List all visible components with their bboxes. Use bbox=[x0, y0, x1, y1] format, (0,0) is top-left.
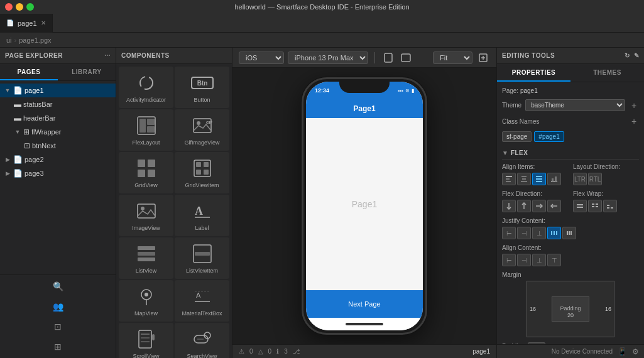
flex-col-btn[interactable] bbox=[502, 200, 516, 212]
theme-add-button[interactable]: + bbox=[629, 100, 639, 111]
flex-section-header[interactable]: ▼ FLEX bbox=[502, 147, 639, 160]
ac-btn1[interactable]: ⊢ bbox=[502, 254, 516, 266]
tree-arrow-page2: ▶ bbox=[4, 156, 11, 163]
component-flexlayout[interactable]: FlexLayout bbox=[119, 109, 173, 151]
component-scrollview[interactable]: ScrollView bbox=[119, 323, 173, 358]
wrap-btn[interactable] bbox=[588, 200, 602, 212]
component-listviewitem[interactable]: ListViewItem bbox=[175, 237, 229, 279]
tab-page1[interactable]: 📄 page1 ✕ bbox=[0, 14, 53, 33]
justify-end-btn[interactable]: ⊥ bbox=[532, 227, 546, 239]
device-select[interactable]: iPhone 13 Pro Max bbox=[288, 52, 368, 64]
next-page-button[interactable]: Next Page bbox=[348, 300, 380, 308]
breadcrumb-ui[interactable]: ui bbox=[6, 36, 12, 44]
component-button[interactable]: Btn Button bbox=[175, 67, 229, 108]
tab-library[interactable]: LIBRARY bbox=[58, 64, 116, 80]
justify-center-btn[interactable]: ⊣ bbox=[517, 227, 531, 239]
align-baseline-btn[interactable] bbox=[547, 173, 561, 185]
header-actions[interactable]: ··· bbox=[104, 52, 111, 59]
device-connect-icon[interactable]: 📱 bbox=[618, 347, 627, 356]
tab-properties[interactable]: PROPERTIES bbox=[497, 64, 570, 82]
align-items-label: Align Items: bbox=[502, 163, 568, 170]
component-mapview[interactable]: MapView bbox=[119, 280, 173, 322]
ltr-btn[interactable]: LTR bbox=[573, 173, 587, 185]
layout-direction-label: Layout Direction: bbox=[573, 163, 639, 170]
flex-direction-label: Flex Direction: bbox=[502, 190, 568, 197]
ac-btn4[interactable]: ⊤ bbox=[547, 254, 561, 266]
justify-space-between-btn[interactable] bbox=[547, 227, 561, 239]
tree-item-headerbar[interactable]: ▬ headerBar bbox=[0, 111, 116, 125]
tree-item-statusbar[interactable]: ▬ statusBar bbox=[0, 97, 116, 111]
traffic-lights[interactable] bbox=[5, 3, 34, 11]
component-listview[interactable]: ListView bbox=[119, 237, 173, 279]
svg-text:A: A bbox=[195, 205, 203, 217]
landscape-icon[interactable] bbox=[399, 51, 413, 65]
component-gridviewitem[interactable]: GridViewItem bbox=[175, 152, 229, 193]
svg-rect-74 bbox=[556, 231, 557, 235]
component-materialtextbox[interactable]: A MaterialTextBox bbox=[175, 280, 229, 322]
tree-item-page2[interactable]: ▶ 📄 page2 bbox=[0, 153, 116, 166]
component-activityindicator[interactable]: ActivityIndicator bbox=[119, 67, 173, 108]
fit-select[interactable]: Fit 100% 50% bbox=[433, 52, 472, 64]
class-tag-sf-page[interactable]: sf-page bbox=[502, 131, 532, 142]
ac-btn2[interactable]: ⊣ bbox=[517, 254, 531, 266]
component-gifimageview[interactable]: GIF GifImageView bbox=[175, 109, 229, 151]
edit-icon[interactable]: ✎ bbox=[634, 52, 640, 59]
refresh-icon[interactable]: ↻ bbox=[625, 52, 630, 59]
align-stretch-btn[interactable] bbox=[532, 173, 546, 185]
flex-dir-wrap: Flex Direction: bbox=[502, 190, 639, 212]
flex-row-rev-btn[interactable] bbox=[547, 200, 561, 212]
close-button[interactable] bbox=[5, 3, 13, 11]
git-icon: ⎇ bbox=[293, 348, 300, 355]
minimize-button[interactable] bbox=[16, 3, 23, 11]
explorer-menu-icon[interactable]: ··· bbox=[104, 52, 111, 59]
theme-row: Theme baseTheme + bbox=[502, 99, 639, 111]
svg-rect-15 bbox=[196, 162, 201, 167]
svg-rect-49 bbox=[506, 181, 511, 182]
search-icon[interactable]: 🔍 bbox=[49, 278, 67, 295]
home-indicator-bar bbox=[346, 323, 383, 325]
no-wrap-btn[interactable] bbox=[573, 200, 587, 212]
justify-start-btn[interactable]: ⊢ bbox=[502, 227, 516, 239]
settings-icon[interactable]: ⚙ bbox=[632, 347, 639, 356]
activityindicator-label: ActivityIndicator bbox=[126, 97, 166, 103]
flex-direction-group: Flex Direction: bbox=[502, 190, 568, 212]
align-center-btn[interactable] bbox=[517, 173, 531, 185]
padding-bottom-value: 20 bbox=[567, 312, 574, 318]
class-tag-page1[interactable]: #page1 bbox=[534, 131, 564, 142]
breadcrumb-file[interactable]: page1.pgx bbox=[19, 36, 51, 44]
rtl-btn[interactable]: RTL bbox=[588, 173, 602, 185]
flex-col-rev-btn[interactable] bbox=[517, 200, 531, 212]
tree-item-page3[interactable]: ▶ 📄 page3 bbox=[0, 166, 116, 180]
grid-icon[interactable]: ⊞ bbox=[49, 338, 67, 355]
platform-select[interactable]: iOS Android bbox=[239, 52, 284, 64]
properties-content: Page: page1 Theme baseTheme + Class Name… bbox=[497, 82, 644, 344]
layers-icon[interactable]: ⊡ bbox=[49, 318, 67, 335]
component-gridview[interactable]: GridView bbox=[119, 152, 173, 193]
device-toolbar: iOS Android iPhone 13 Pro Max Fit 100% 5… bbox=[232, 48, 496, 68]
tree-item-page1[interactable]: ▼ 📄 page1 bbox=[0, 84, 116, 97]
margin-outer: 16 16 Padding 20 bbox=[527, 281, 614, 337]
component-searchview[interactable]: SearchView bbox=[175, 323, 229, 358]
tab-themes[interactable]: THEMES bbox=[570, 64, 644, 82]
page-explorer-panel: PAGE EXPLORER ··· PAGES LIBRARY ▼ 📄 page… bbox=[0, 48, 116, 358]
component-label[interactable]: A Label bbox=[175, 195, 229, 236]
component-imageview[interactable]: ImageView bbox=[119, 195, 173, 236]
tree-item-btnnext[interactable]: ⊡ btnNext bbox=[0, 139, 116, 153]
portrait-icon[interactable] bbox=[381, 51, 395, 65]
tree-item-flwrapper[interactable]: ▼ ⊞ flWrapper bbox=[0, 125, 116, 139]
margin-label: Margin bbox=[502, 271, 639, 278]
people-icon[interactable]: 👥 bbox=[49, 298, 67, 315]
ac-btn3[interactable]: ⊥ bbox=[532, 254, 546, 266]
wrap-rev-btn[interactable] bbox=[603, 200, 617, 212]
theme-select[interactable]: baseTheme bbox=[525, 99, 625, 111]
maximize-button[interactable] bbox=[26, 3, 34, 11]
title-bar: helloworld — Smartface Desktop IDE - Ent… bbox=[0, 0, 644, 14]
zoom-button[interactable] bbox=[476, 51, 490, 65]
flex-row-btn[interactable] bbox=[532, 200, 546, 212]
flex-wrap-buttons bbox=[573, 200, 639, 212]
justify-space-around-btn[interactable] bbox=[562, 227, 576, 239]
tab-pages[interactable]: PAGES bbox=[0, 64, 58, 80]
tab-close-button[interactable]: ✕ bbox=[41, 19, 46, 26]
class-add-button[interactable]: + bbox=[629, 116, 639, 126]
align-start-btn[interactable] bbox=[502, 173, 516, 185]
